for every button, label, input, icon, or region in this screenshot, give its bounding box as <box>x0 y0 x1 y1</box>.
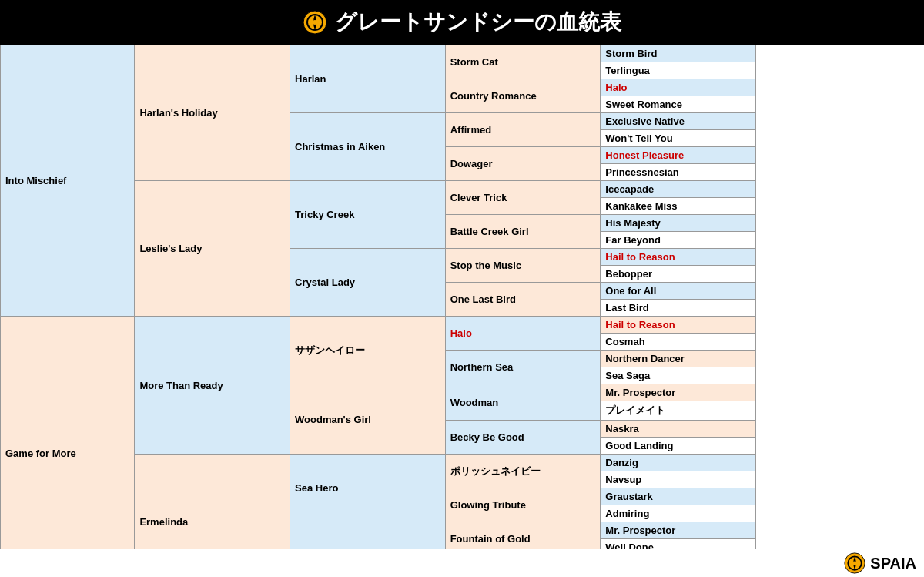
col4-woodman: Woodman <box>445 384 601 421</box>
col5-princessnesian: Princessnesian <box>601 164 756 181</box>
col5-bebopper: Bebopper <box>601 266 756 283</box>
col5-one-for-all: One for All <box>601 283 756 300</box>
header-logo-icon <box>303 10 327 35</box>
col5-navsup: Navsup <box>601 471 756 488</box>
col5-exclusive-native: Exclusive Native <box>601 113 756 130</box>
page-wrapper: グレートサンドシーの血統表 Into Mischief Harlan's Hol… <box>0 0 924 577</box>
col2-leslies-lady: Leslie's Lady <box>135 181 290 317</box>
col4-glowing-tribute: Glowing Tribute <box>445 488 601 522</box>
col5-northern-dancer: Northern Dancer <box>601 351 756 367</box>
col4-battle-creek-girl: Battle Creek Girl <box>445 215 601 249</box>
col5-far-beyond: Far Beyond <box>601 232 756 249</box>
col4-clever-trick: Clever Trick <box>445 181 601 215</box>
col4-stop-the-music: Stop the Music <box>445 249 601 283</box>
col5-sea-saga: Sea Saga <box>601 367 756 384</box>
col4-halo: Halo <box>445 317 601 351</box>
col5-icecapade: Icecapade <box>601 181 756 198</box>
table-row: Leslie's Lady Tricky Creek Clever Trick … <box>1 181 924 198</box>
col4-dowager: Dowager <box>445 147 601 181</box>
col5-danzig: Danzig <box>601 455 756 471</box>
col5-last-bird: Last Bird <box>601 300 756 317</box>
col5-wont-tell-you: Won't Tell You <box>601 130 756 147</box>
col5-hail-to-reason-2: Hail to Reason <box>601 317 756 334</box>
col3-sea-hero: Sea Hero <box>290 455 446 522</box>
col5-storm-bird: Storm Bird <box>601 45 756 62</box>
table-row: Ermelinda Sea Hero ポリッシュネイビー Danzig <box>1 455 924 471</box>
col5-graustark: Graustark <box>601 488 756 505</box>
col5-good-landing: Good Landing <box>601 438 756 455</box>
col4-polish-navy: ポリッシュネイビー <box>445 455 601 488</box>
col4-storm-cat: Storm Cat <box>445 45 601 79</box>
col5-his-majesty: His Majesty <box>601 215 756 232</box>
col4-country-romance: Country Romance <box>445 79 601 113</box>
col5-mr-prospector-1: Mr. Prospector <box>601 384 756 401</box>
col5-terlingua: Terlingua <box>601 62 756 79</box>
col4-one-last-bird: One Last Bird <box>445 283 601 317</box>
col3-southern-halo: サザンヘイロー <box>290 317 446 384</box>
col3-woodmans-girl: Woodman's Girl <box>290 384 446 455</box>
col5-hail-to-reason-1: Hail to Reason <box>601 249 756 266</box>
col3-crystal-lady: Crystal Lady <box>290 249 446 317</box>
page-footer: SPAIA <box>0 549 924 577</box>
col3-christmas-in-aiken: Christmas in Aiken <box>290 113 446 181</box>
col3-harlan: Harlan <box>290 45 446 113</box>
col5-mr-prospector-2: Mr. Prospector <box>601 522 756 539</box>
col5-cosmah: Cosmah <box>601 334 756 351</box>
page-header: グレートサンドシーの血統表 <box>0 0 924 45</box>
col5-kankakee-miss: Kankakee Miss <box>601 198 756 215</box>
col5-halo: Halo <box>601 79 756 96</box>
pedigree-table: Into Mischief Harlan's Holiday Harlan St… <box>0 45 924 549</box>
col2-ermelinda: Ermelinda <box>135 455 290 550</box>
table-row: Game for More More Than Ready サザンヘイロー Ha… <box>1 317 924 334</box>
col5-admiring: Admiring <box>601 505 756 522</box>
svg-point-2 <box>313 20 317 25</box>
col1-game-for-more: Game for More <box>1 317 135 550</box>
col3-tricky-creek: Tricky Creek <box>290 181 446 249</box>
col4-affirmed: Affirmed <box>445 113 601 147</box>
pedigree-table-container: Into Mischief Harlan's Holiday Harlan St… <box>0 45 924 549</box>
footer-brand-name: SPAIA <box>870 555 916 572</box>
col5-playmate: プレイメイト <box>601 401 756 421</box>
col5-sweet-romance: Sweet Romance <box>601 96 756 113</box>
col3-future-of-gold: Future of Gold <box>290 522 446 550</box>
col4-northern-sea: Northern Sea <box>445 351 601 384</box>
page-title: グレートサンドシーの血統表 <box>335 8 621 37</box>
col4-becky-be-good: Becky Be Good <box>445 421 601 455</box>
col4-fountain-of-gold: Fountain of Gold <box>445 522 601 550</box>
svg-point-5 <box>853 561 857 565</box>
col5-well-done: Well Done <box>601 539 756 550</box>
col5-naskra: Naskra <box>601 421 756 438</box>
col2-more-than-ready: More Than Ready <box>135 317 290 455</box>
col1-into-mischief: Into Mischief <box>1 45 135 317</box>
footer-logo-icon <box>844 552 865 574</box>
table-row: Into Mischief Harlan's Holiday Harlan St… <box>1 45 924 62</box>
col2-harlans-holiday: Harlan's Holiday <box>135 45 290 181</box>
footer-brand: SPAIA <box>844 552 916 574</box>
col5-honest-pleasure-1: Honest Pleasure <box>601 147 756 164</box>
